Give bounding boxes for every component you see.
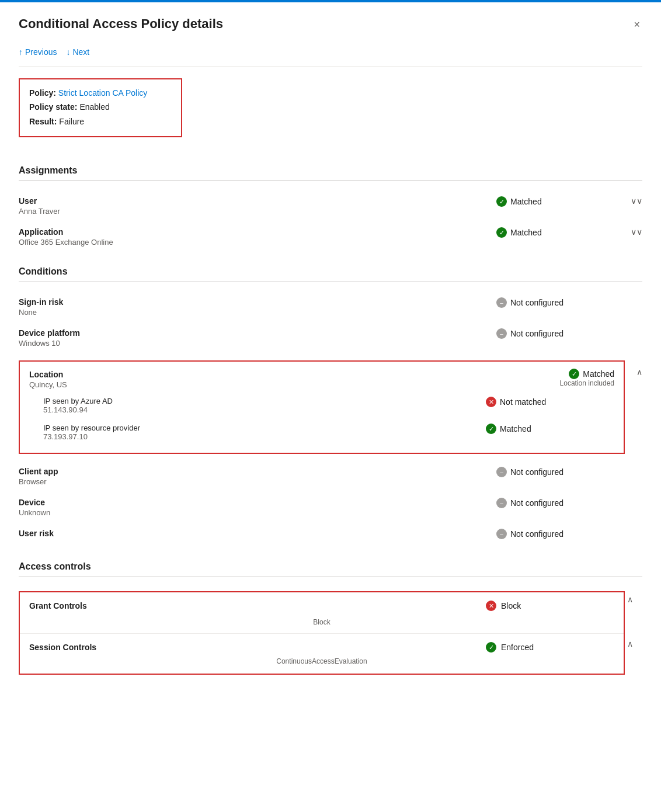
- grant-controls-row: Grant Controls ✕ Block: [20, 592, 624, 616]
- application-chevron-down-icon: ∨: [631, 227, 642, 237]
- client-app-label: Client app: [19, 467, 496, 476]
- panel-header: Conditional Access Policy details ×: [19, 16, 642, 38]
- location-status: ✓ Matched: [569, 369, 614, 379]
- user-chevron-down-icon: ∨: [631, 196, 642, 206]
- ip-resource-left: IP seen by resource provider 73.193.97.1…: [43, 424, 486, 441]
- ip-resource-value: 73.193.97.10: [43, 432, 486, 441]
- sign-in-risk-left: Sign-in risk None: [19, 297, 496, 317]
- application-status: ✓ Matched: [496, 227, 625, 238]
- sign-in-risk-status-text: Not configured: [510, 298, 563, 307]
- next-button[interactable]: Next: [66, 47, 89, 57]
- application-label: Application: [19, 227, 496, 237]
- location-value: Quincy, US: [29, 380, 67, 389]
- session-controls-status: ✓ Enforced: [486, 642, 614, 653]
- assignments-divider: [19, 181, 642, 181]
- device-platform-status-text: Not configured: [510, 329, 563, 338]
- device-status-text: Not configured: [510, 498, 563, 508]
- client-app-value: Browser: [19, 477, 496, 486]
- session-chevron-up-icon[interactable]: ∧: [627, 639, 642, 648]
- client-app-left: Client app Browser: [19, 467, 496, 486]
- application-row: Application Office 365 Exchange Online ✓…: [19, 221, 642, 252]
- user-risk-status-text: Not configured: [510, 529, 563, 539]
- sign-in-risk-row: Sign-in risk None – Not configured: [19, 292, 642, 322]
- result-label: Result:: [29, 117, 57, 126]
- user-risk-label: User risk: [19, 529, 496, 538]
- ip-azure-ad-row: IP seen by Azure AD 51.143.90.94 ✕ Not m…: [29, 392, 614, 419]
- previous-button[interactable]: Previous: [19, 47, 57, 57]
- user-matched-icon: ✓: [496, 196, 507, 207]
- ip-azure-label: IP seen by Azure AD: [43, 397, 486, 405]
- device-platform-value: Windows 10: [19, 339, 496, 348]
- sign-in-risk-value: None: [19, 308, 496, 317]
- sign-in-risk-icon: –: [496, 297, 507, 308]
- session-controls-enforced-icon: ✓: [486, 642, 496, 653]
- grant-session-box: Grant Controls ✕ Block Block Session Con…: [19, 591, 625, 675]
- device-platform-icon: –: [496, 328, 507, 339]
- panel: Conditional Access Policy details × Prev…: [0, 2, 661, 689]
- device-left: Device Unknown: [19, 498, 496, 517]
- user-risk-left: User risk: [19, 529, 496, 538]
- grant-chevron-up-icon[interactable]: ∧: [627, 595, 642, 604]
- location-box: Location Quincy, US ✓ Matched Location i…: [19, 360, 625, 454]
- session-controls-note: ContinuousAccessEvaluation: [20, 655, 624, 674]
- device-platform-status: – Not configured: [496, 328, 625, 339]
- next-label: Next: [72, 47, 89, 57]
- user-row: User Anna Traver ✓ Matched ∨: [19, 190, 642, 221]
- policy-state-label: Policy state:: [29, 102, 77, 112]
- grant-controls-label: Grant Controls: [29, 601, 87, 610]
- application-value: Office 365 Exchange Online: [19, 238, 496, 247]
- user-risk-row: User risk – Not configured: [19, 523, 642, 545]
- sign-in-risk-status: – Not configured: [496, 297, 625, 308]
- ip-azure-status: ✕ Not matched: [486, 397, 614, 407]
- client-app-status: – Not configured: [496, 467, 625, 477]
- user-status: ✓ Matched: [496, 196, 625, 207]
- panel-title: Conditional Access Policy details: [19, 16, 223, 32]
- application-left: Application Office 365 Exchange Online: [19, 227, 496, 247]
- device-status: – Not configured: [496, 498, 625, 508]
- device-icon: –: [496, 498, 507, 508]
- session-controls-label: Session Controls: [29, 643, 96, 652]
- conditions-divider: [19, 282, 642, 282]
- user-risk-status: – Not configured: [496, 529, 625, 539]
- ip-azure-not-matched-icon: ✕: [486, 397, 496, 407]
- access-controls-divider: [19, 577, 642, 577]
- session-controls-status-text: Enforced: [501, 643, 534, 652]
- previous-label: Previous: [25, 47, 57, 57]
- policy-name-link[interactable]: Strict Location CA Policy: [58, 88, 148, 98]
- device-label: Device: [19, 498, 496, 507]
- session-controls-row: Session Controls ✓ Enforced: [20, 633, 624, 655]
- location-chevron[interactable]: ∧: [625, 356, 642, 377]
- policy-info-box: Policy: Strict Location CA Policy Policy…: [19, 78, 182, 137]
- result-value: Failure: [59, 117, 84, 126]
- location-status-text: Matched: [583, 369, 614, 379]
- location-left: Location Quincy, US: [29, 370, 67, 389]
- client-app-icon: –: [496, 467, 507, 477]
- ip-resource-status-text: Matched: [500, 424, 531, 433]
- device-value: Unknown: [19, 508, 496, 517]
- user-risk-icon: –: [496, 529, 507, 539]
- location-matched-icon: ✓: [569, 369, 579, 379]
- location-label: Location: [29, 370, 67, 379]
- grant-controls-block-icon: ✕: [486, 601, 496, 611]
- sign-in-risk-label: Sign-in risk: [19, 297, 496, 307]
- ip-azure-left: IP seen by Azure AD 51.143.90.94: [43, 397, 486, 414]
- device-platform-row: Device platform Windows 10 – Not configu…: [19, 322, 642, 353]
- user-chevron[interactable]: ∨: [625, 196, 642, 206]
- location-included-note: Location included: [560, 379, 614, 387]
- client-app-status-text: Not configured: [510, 467, 563, 477]
- ip-resource-label: IP seen by resource provider: [43, 424, 486, 432]
- policy-label: Policy:: [29, 88, 56, 98]
- user-left: User Anna Traver: [19, 196, 496, 216]
- grant-controls-status-text: Block: [501, 601, 521, 610]
- close-button[interactable]: ×: [631, 16, 642, 33]
- grant-controls-note: Block: [20, 616, 624, 633]
- arrow-down-icon: [66, 47, 70, 57]
- ip-resource-status: ✓ Matched: [486, 424, 614, 434]
- application-status-text: Matched: [510, 228, 542, 237]
- arrow-up-icon: [19, 47, 23, 57]
- application-matched-icon: ✓: [496, 227, 507, 238]
- device-platform-label: Device platform: [19, 328, 496, 338]
- application-chevron[interactable]: ∨: [625, 227, 642, 237]
- conditions-section-title: Conditions: [19, 266, 642, 277]
- nav-bar: Previous Next: [19, 47, 642, 67]
